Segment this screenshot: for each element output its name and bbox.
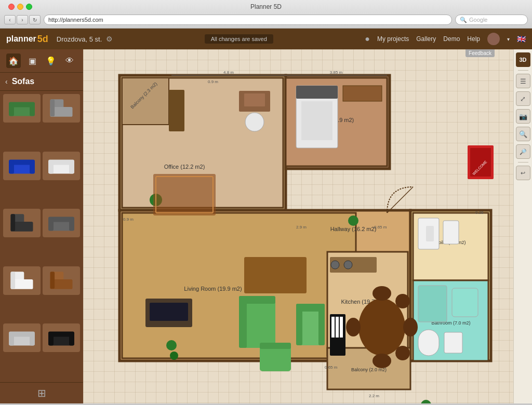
minimize-button[interactable] [17, 4, 23, 10]
feedback-button[interactable]: Feedback [466, 49, 495, 57]
back-arrow-icon[interactable]: ‹ [5, 77, 8, 86]
svg-point-63 [245, 113, 264, 131]
close-button[interactable] [8, 4, 15, 10]
zoom-out-button[interactable]: 🔎 [516, 144, 530, 159]
svg-rect-76 [318, 304, 325, 345]
menu-button[interactable]: ☰ [516, 74, 530, 88]
sidebar-category-title: Sofas [12, 77, 35, 86]
home-icon[interactable]: 🏠 [6, 53, 21, 68]
svg-rect-83 [331, 317, 335, 338]
svg-point-67 [170, 352, 178, 360]
sidebar-footer: ⊞ [0, 382, 83, 403]
svg-rect-102 [301, 101, 332, 140]
dot-icon: ● [365, 34, 370, 44]
sidebar: 🏠 ▣ 💡 👁 ‹ Sofas [0, 49, 83, 403]
svg-text:2.2 m: 2.2 m [369, 394, 379, 398]
sofa-item-blue[interactable] [3, 152, 41, 180]
svg-point-90 [346, 318, 361, 336]
app-header: planner 5d Drozdova, 5 st. ⚙ All changes… [0, 29, 532, 49]
svg-point-87 [373, 286, 391, 301]
maximize-button[interactable] [26, 4, 32, 10]
share-button[interactable]: ⤢ [516, 91, 530, 106]
svg-rect-6 [50, 99, 55, 116]
gallery-link[interactable]: Gallery [416, 35, 436, 43]
svg-rect-118 [169, 90, 184, 131]
svg-text:Hallway (16.2 m2): Hallway (16.2 m2) [330, 226, 377, 232]
help-link[interactable]: Help [467, 35, 480, 43]
save-status: All changes are saved [205, 34, 273, 44]
svg-rect-81 [150, 303, 188, 321]
lamp-icon[interactable]: 💡 [44, 53, 58, 68]
undo-button[interactable]: ↩ [516, 166, 530, 180]
svg-text:0.9 m: 0.9 m [208, 79, 218, 84]
svg-rect-85 [340, 317, 343, 338]
svg-rect-95 [443, 221, 459, 244]
refresh-button[interactable]: ↻ [29, 15, 41, 24]
demo-link[interactable]: Demo [443, 35, 460, 43]
svg-rect-41 [122, 78, 169, 125]
sofa-item-brown[interactable] [43, 266, 80, 295]
svg-rect-78 [260, 343, 291, 349]
svg-text:0.65 m: 0.65 m [325, 365, 338, 370]
svg-rect-116 [153, 174, 216, 215]
svg-text:2.9 m: 2.9 m [296, 225, 307, 230]
sofa-item-dark-sectional[interactable] [3, 209, 41, 237]
svg-rect-34 [48, 333, 54, 346]
search-bar[interactable]: 🔍 Google [455, 15, 528, 25]
svg-rect-30 [9, 333, 14, 346]
svg-rect-94 [426, 226, 434, 241]
svg-rect-101 [296, 86, 338, 99]
svg-text:Living Room (19.9 m2): Living Room (19.9 m2) [184, 286, 242, 292]
main-area: 🏠 ▣ 💡 👁 ‹ Sofas [0, 49, 532, 403]
svg-text:Office (12.2 m2): Office (12.2 m2) [164, 164, 205, 170]
sofa-item-black[interactable] [43, 323, 80, 352]
back-button[interactable]: ‹ [4, 15, 16, 24]
svg-point-121 [344, 261, 352, 269]
my-projects-link[interactable]: My projects [377, 35, 409, 43]
svg-rect-35 [69, 333, 74, 346]
svg-rect-24 [11, 272, 16, 289]
sofa-item-green[interactable] [3, 94, 41, 123]
zoom-in-button[interactable]: 🔍 [516, 127, 530, 141]
canvas-area[interactable]: Feedback Balcony (2.3 m2) [83, 49, 513, 403]
view-3d-button[interactable]: 3D [516, 52, 530, 67]
forward-button[interactable]: › [17, 15, 28, 24]
svg-point-86 [358, 299, 405, 356]
floor-plan-svg: Balcony (2.3 m2) Office (12.2 m2) Hallwa… [94, 60, 499, 403]
logo-accent: 5d [37, 34, 48, 45]
svg-point-68 [421, 400, 431, 403]
browser-title: Planner 5D [250, 3, 282, 10]
svg-rect-14 [69, 160, 74, 173]
layers-icon[interactable]: ▣ [25, 53, 39, 68]
camera-button[interactable]: 📷 [516, 109, 530, 124]
svg-point-120 [331, 261, 339, 269]
svg-point-89 [403, 318, 418, 336]
header-nav: ● My projects Gallery Demo Help ▾ 🇬🇧 [365, 33, 526, 45]
flag-icon: 🇬🇧 [517, 35, 526, 43]
sofa-item-white[interactable] [43, 152, 80, 180]
furniture-grid [0, 91, 83, 382]
sofa-item-light[interactable] [3, 323, 41, 352]
svg-rect-103 [343, 86, 382, 101]
svg-rect-10 [30, 160, 35, 173]
avatar [487, 33, 500, 45]
project-name: Drozdova, 5 st. [57, 35, 102, 43]
svg-rect-79 [244, 257, 307, 293]
sofa-item-gray-sectional[interactable] [43, 94, 80, 123]
svg-rect-97 [452, 288, 478, 317]
dropdown-arrow[interactable]: ▾ [507, 36, 510, 42]
svg-rect-21 [69, 218, 74, 231]
svg-point-65 [348, 215, 358, 226]
sofa-item-white-l[interactable] [3, 266, 41, 295]
svg-rect-9 [9, 160, 14, 173]
sofa-item-gray[interactable] [43, 209, 80, 237]
logo: planner 5d [6, 34, 48, 45]
settings-icon[interactable]: ⚙ [106, 35, 113, 43]
browser-titlebar: Planner 5D ‹ › ↻ http://planners5d.com 🔍… [0, 0, 532, 29]
svg-rect-27 [50, 272, 55, 289]
svg-point-66 [166, 340, 177, 350]
address-bar[interactable]: http://planners5d.com [44, 15, 452, 25]
app: planner 5d Drozdova, 5 st. ⚙ All changes… [0, 29, 532, 403]
svg-rect-98 [418, 330, 439, 356]
eye-icon[interactable]: 👁 [62, 53, 77, 68]
